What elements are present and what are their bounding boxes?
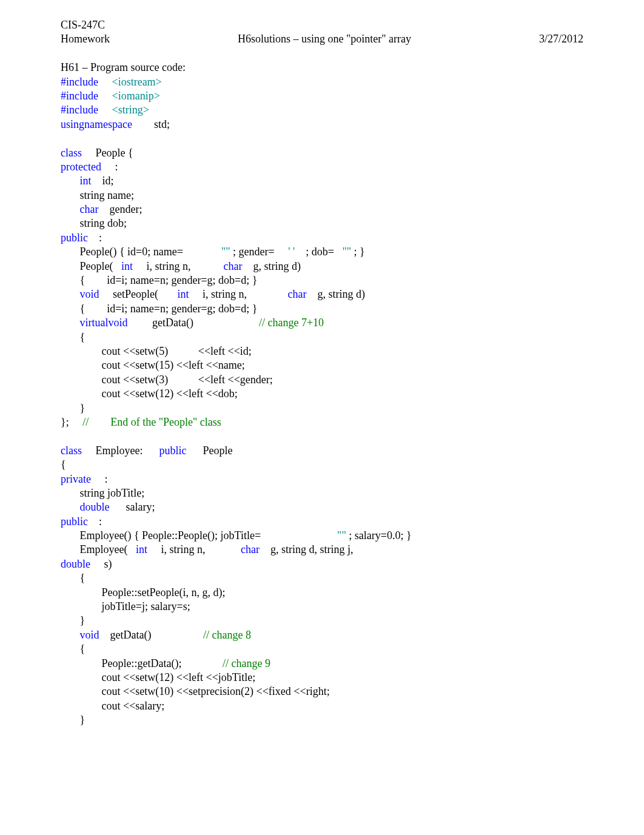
kw-using: using (61, 118, 84, 130)
code-text: Employee( (61, 543, 136, 555)
code-text: getData() (128, 317, 259, 329)
code-text: }; (61, 416, 82, 428)
kw-int: int (178, 288, 189, 300)
code-text: { id=i; name=n; gender=g; dob=d; } (61, 303, 257, 315)
code-text: { (61, 331, 85, 343)
code-text: : (88, 515, 102, 528)
kw-int: int (80, 175, 92, 187)
code-text: id; (92, 175, 114, 187)
kw-class: class (61, 147, 82, 159)
code-text: g, string d) (307, 288, 366, 300)
kw-char: char (80, 203, 99, 215)
course-code: CIS-247C (61, 18, 583, 32)
code-text: cout <<salary; (61, 700, 164, 712)
code-text: { (61, 643, 85, 655)
code-text: ; salary=0.0; } (346, 529, 412, 542)
kw-void: void (80, 288, 99, 300)
header-center: H6solutions – using one "pointer" array (238, 32, 411, 46)
code-text: Employee() { People::People(); jobTitle= (61, 529, 337, 542)
code-text (61, 203, 80, 215)
code-text: : (91, 473, 108, 485)
code-text: cout <<setw(15) <<left <<name; (61, 359, 245, 371)
code-text: cout <<setw(5) <<left <<id; (61, 345, 252, 357)
kw-namespace: namespace (84, 118, 132, 130)
code-text: ; dob= (295, 246, 342, 258)
kw-virtual: virtual (80, 317, 109, 329)
code-text: People( (61, 260, 121, 272)
kw-double: double (61, 558, 90, 570)
header-left: Homework (61, 32, 110, 46)
code-text: } (61, 402, 85, 414)
code-text: cout <<setw(10) <<setprecision(2) <<fixe… (61, 685, 330, 697)
code-text: Employee: (82, 444, 159, 457)
kw-public: public (159, 444, 186, 457)
code-text: g, string d, string j, (260, 543, 356, 555)
kw-int: int (121, 260, 133, 272)
code-text: s) (90, 558, 112, 570)
code-text (61, 288, 80, 300)
code-text: g, string d) (243, 260, 301, 272)
code-text: getData() (99, 629, 203, 641)
kw-include: #include (61, 90, 98, 102)
kw-public: public (61, 515, 88, 528)
code-text: ; gender= (230, 246, 289, 258)
comment: // change 9 (223, 657, 270, 669)
code-text: i, string n, (133, 260, 224, 272)
code-text: } (61, 614, 85, 626)
code-text: string name; (61, 189, 134, 201)
kw-public: public (61, 232, 88, 244)
code-text (61, 317, 80, 329)
kw-protected: protected (61, 161, 101, 173)
kw-char: char (241, 543, 260, 555)
code-text: gender; (98, 203, 142, 215)
kw-private: private (61, 473, 91, 485)
kw-include: #include (61, 76, 98, 88)
code-text: i, string n, (189, 288, 288, 300)
string-lit: "" (221, 246, 230, 258)
code-text: People::getData(); (61, 657, 223, 669)
kw-include: #include (61, 104, 98, 116)
code-text: std; (132, 118, 170, 130)
kw-double: double (80, 501, 110, 513)
code-text: setPeople( (99, 288, 178, 300)
document-page: CIS-247CHomeworkH6solutions – using one … (0, 0, 644, 835)
code-text: People { (82, 147, 133, 159)
code-text (61, 629, 80, 641)
header-iostream: <iostream> (112, 76, 161, 88)
kw-class: class (61, 444, 82, 457)
comment: // change 8 (203, 629, 251, 641)
code-text: : (101, 161, 118, 173)
code-text: } (61, 714, 85, 726)
char-lit: ' ' (288, 246, 295, 258)
code-text: People() { id=0; name= (61, 246, 221, 258)
code-text: cout <<setw(12) <<left <<jobTitle; (61, 671, 255, 683)
code-text (61, 501, 80, 513)
header-string: <string> (112, 104, 149, 116)
string-lit: "" (337, 529, 346, 542)
code-text: { (61, 458, 66, 471)
code-text: i, string n, (147, 543, 241, 555)
code-text: string dob; (61, 217, 127, 229)
header-iomanip: <iomanip> (112, 90, 159, 102)
code-text: cout <<setw(3) <<left <<gender; (61, 374, 273, 386)
header-right: 3/27/2012 (539, 32, 583, 46)
code-text: People::setPeople(i, n, g, d); (61, 586, 225, 599)
code-text: salary; (110, 501, 155, 513)
kw-void: void (80, 629, 99, 641)
code-text: People (186, 444, 232, 457)
kw-int: int (136, 543, 147, 555)
code-text: string jobTitle; (61, 487, 144, 499)
comment: End of the "People" class (89, 416, 221, 428)
string-lit: "" (342, 246, 351, 258)
comment: // change 7+10 (259, 317, 324, 329)
code-text: { id=i; name=n; gender=g; dob=d; } (61, 274, 257, 286)
code-text (61, 175, 80, 187)
kw-char: char (224, 260, 243, 272)
header-line: HomeworkH6solutions – using one "pointer… (61, 32, 583, 46)
comment: // (82, 416, 89, 428)
code-text: jobTitle=j; salary=s; (61, 600, 190, 612)
code-text: : (88, 232, 102, 244)
kw-char: char (288, 288, 307, 300)
section-title: H61 – Program source code: (61, 61, 583, 75)
code-text: ; } (351, 246, 365, 258)
